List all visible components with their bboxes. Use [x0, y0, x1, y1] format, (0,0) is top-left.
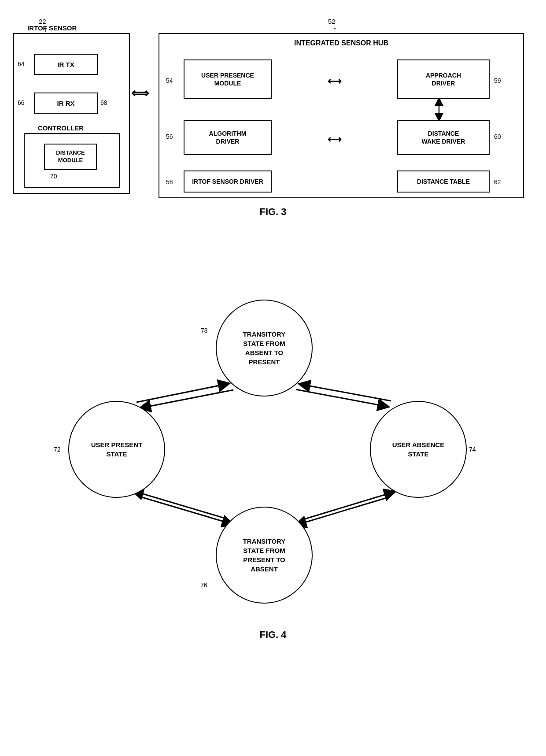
- ref-64: 64: [18, 60, 25, 67]
- ref-78: 78: [201, 327, 208, 334]
- ref-70: 70: [50, 173, 57, 180]
- fig4-caption: FIG. 4: [259, 629, 286, 641]
- dwd-box: DISTANCEWAKE DRIVER: [397, 120, 490, 155]
- arrow-upm-approach: ⟷: [273, 76, 397, 87]
- circle-top: TRANSITORYSTATE FROMABSENT TOPRESENT: [216, 300, 313, 397]
- algo-box: ALGORITHMDRIVER: [184, 120, 272, 155]
- ref-72: 72: [54, 446, 61, 453]
- controller-box: CONTROLLER DISTANCEMODULE 70: [24, 133, 120, 188]
- circle-right: USER ABSENCESTATE: [370, 401, 467, 498]
- ref-52: 52: [328, 18, 336, 25]
- ref-66: 66: [18, 99, 25, 106]
- fig3-caption: FIG. 3: [259, 206, 286, 218]
- ref-74: 74: [469, 446, 476, 453]
- ref-56: 56: [166, 133, 173, 140]
- circle-bottom: TRANSITORYSTATE FROMPRESENT TOABSENT: [216, 507, 313, 604]
- ish-box: INTEGRATED SENSOR HUB USER PRESENCEMODUL…: [159, 33, 524, 198]
- ref-58: 58: [166, 178, 173, 185]
- ref-60: 60: [494, 133, 501, 140]
- arrow-algo-dwd: ⟷: [273, 134, 397, 145]
- dist-table-box: DISTANCE TABLE: [397, 170, 490, 193]
- double-arrow: ⟺: [131, 86, 149, 100]
- irtof-sensor-box: IRTOF SENSOR IR TX 64 IR RX 66 68 CONTRO…: [13, 33, 130, 194]
- ref-76: 76: [200, 582, 207, 589]
- ref-62: 62: [494, 178, 501, 185]
- controller-label: CONTROLLER: [38, 124, 84, 132]
- ref-59: 59: [494, 77, 501, 84]
- arrow-approach-dwd: [430, 99, 448, 120]
- irtof-driver-box: IRTOF SENSOR DRIVER: [184, 170, 272, 193]
- ref-54: 54: [166, 77, 173, 84]
- ref-68: 68: [100, 99, 107, 106]
- upm-box: USER PRESENCEMODULE: [184, 59, 272, 99]
- irtof-sensor-label: IRTOF SENSOR: [27, 24, 77, 32]
- distance-module-box: DISTANCEMODULE: [44, 144, 97, 170]
- ir-rx-box: IR RX: [34, 93, 98, 114]
- approach-box: APPROACHDRIVER: [397, 59, 490, 99]
- circle-left: USER PRESENTSTATE: [68, 401, 165, 498]
- ish-label: INTEGRATED SENSOR HUB: [294, 39, 388, 47]
- ir-tx-box: IR TX: [34, 54, 98, 75]
